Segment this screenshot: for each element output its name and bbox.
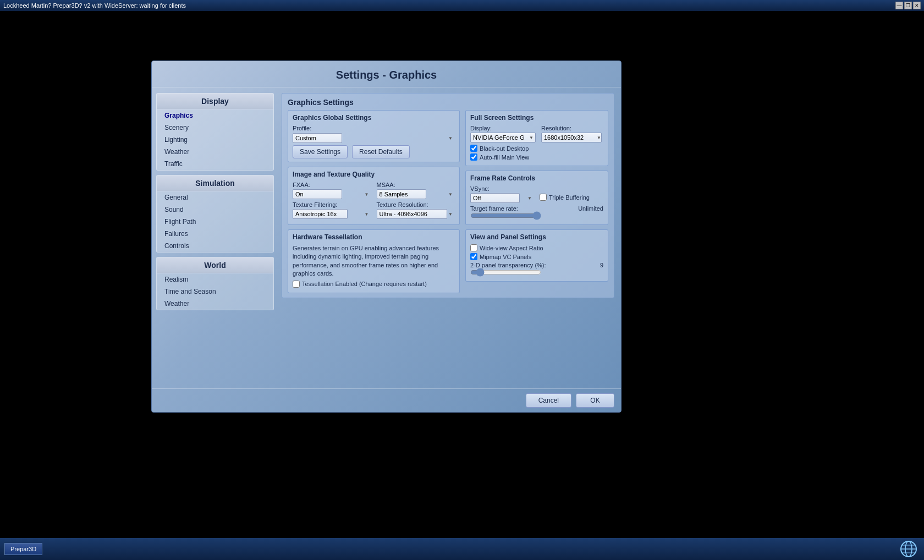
framerate-controls-group: Frame Rate Controls VSync: Off On xyxy=(465,171,608,225)
image-texture-label: Image and Texture Quality xyxy=(293,171,455,178)
vsync-select[interactable]: Off On xyxy=(470,193,520,203)
tessellation-checkbox[interactable] xyxy=(293,281,300,288)
settings-dialog: Settings - Graphics Display Graphics Sce… xyxy=(151,61,622,413)
sidebar-item-scenery[interactable]: Scenery xyxy=(157,122,273,134)
texres-col: Texture Resolution: Low - 512x512 Medium… xyxy=(377,201,455,219)
sidebar-simulation-section: Simulation General Sound Flight Path Fai… xyxy=(156,175,274,252)
vsync-col: VSync: Off On xyxy=(470,185,534,203)
sidebar-item-realism[interactable]: Realism xyxy=(157,273,273,286)
texfilter-select[interactable]: Bilinear Trilinear Anisotropic 4x Anisot… xyxy=(293,209,348,219)
texres-select-wrapper: Low - 512x512 Medium - 1024x1024 High - … xyxy=(377,209,455,219)
transparency-slider[interactable] xyxy=(470,268,541,276)
triple-buffering-row: Triple Buffering xyxy=(540,194,603,201)
wide-view-label: Wide-view Aspect Ratio xyxy=(480,245,543,251)
sidebar-item-time-season[interactable]: Time and Season xyxy=(157,286,273,298)
mipmap-checkbox[interactable] xyxy=(470,253,477,260)
triple-buffering-col: Triple Buffering xyxy=(540,186,603,202)
sidebar-world-section: World Realism Time and Season Weather xyxy=(156,257,274,310)
triple-buffering-checkbox[interactable] xyxy=(540,194,547,201)
display-col: Display: NVIDIA GeForce G xyxy=(470,125,536,142)
mipmap-label: Mipmap VC Panels xyxy=(480,254,531,260)
sidebar-item-sound[interactable]: Sound xyxy=(157,204,273,216)
vsync-label: VSync: xyxy=(470,185,534,192)
fullscreen-label: Full Screen Settings xyxy=(470,114,603,122)
system-tray xyxy=(900,540,917,558)
sidebar-item-weather-display[interactable]: Weather xyxy=(157,146,273,158)
resolution-select[interactable]: 1680x1050x32 1920x1080x32 2560x1440x32 xyxy=(541,133,602,142)
display-res-row: Display: NVIDIA GeForce G Reso xyxy=(470,125,603,142)
target-framerate-slider[interactable] xyxy=(470,212,541,219)
autofill-row: Auto-fill Main View xyxy=(470,153,603,161)
resolution-col: Resolution: 1680x1050x32 1920x1080x32 25… xyxy=(541,125,603,142)
transparency-value: 9 xyxy=(587,262,603,268)
fxaa-select-wrapper: On Off xyxy=(293,189,371,199)
sidebar-simulation-header: Simulation xyxy=(157,175,273,191)
fullscreen-settings-group: Full Screen Settings Display: NVIDIA GeF… xyxy=(465,110,608,166)
title-bar: Lockheed Martin? Prepar3D? v2 with WideS… xyxy=(0,0,924,11)
hardware-tessellation-desc: Generates terrain on GPU enabling advanc… xyxy=(293,244,455,278)
sidebar-item-lighting[interactable]: Lighting xyxy=(157,134,273,146)
fxaa-msaa-row: FXAA: On Off xyxy=(293,182,455,199)
vsync-select-wrapper: Off On xyxy=(470,193,534,203)
texres-label: Texture Resolution: xyxy=(377,201,455,208)
image-texture-group: Image and Texture Quality FXAA: On Off xyxy=(288,167,460,225)
sidebar-display-section: Display Graphics Scenery Lighting Weathe… xyxy=(156,93,274,171)
autofill-label: Auto-fill Main View xyxy=(480,154,529,161)
mipmap-row: Mipmap VC Panels xyxy=(470,253,603,260)
restore-button[interactable]: ❐ xyxy=(904,2,912,9)
wide-view-row: Wide-view Aspect Ratio xyxy=(470,244,603,251)
msaa-select[interactable]: Off 2 Samples 4 Samples 8 Samples xyxy=(377,189,426,199)
sidebar-item-general[interactable]: General xyxy=(157,191,273,204)
sidebar: Display Graphics Scenery Lighting Weathe… xyxy=(152,87,278,388)
global-settings-group: Graphics Global Settings Profile: Custom xyxy=(288,110,460,162)
cancel-button[interactable]: Cancel xyxy=(526,393,571,408)
minimize-button[interactable]: — xyxy=(895,2,903,9)
title-bar-controls: — ❐ ✕ xyxy=(895,2,921,9)
blackout-row: Black-out Desktop xyxy=(470,145,603,152)
blackout-checkbox[interactable] xyxy=(470,145,477,152)
sidebar-item-graphics[interactable]: Graphics xyxy=(157,109,273,122)
display-select[interactable]: NVIDIA GeForce G xyxy=(470,133,536,142)
sidebar-item-traffic[interactable]: Traffic xyxy=(157,158,273,170)
autofill-checkbox[interactable] xyxy=(470,153,477,161)
title-bar-text: Lockheed Martin? Prepar3D? v2 with WideS… xyxy=(3,2,186,9)
wide-view-checkbox[interactable] xyxy=(470,244,477,251)
fxaa-select[interactable]: On Off xyxy=(293,189,342,199)
left-column: Graphics Global Settings Profile: Custom xyxy=(288,110,460,293)
content-area: Graphics Settings Graphics Global Settin… xyxy=(278,87,621,388)
close-button[interactable]: ✕ xyxy=(913,2,921,9)
right-column: Full Screen Settings Display: NVIDIA GeF… xyxy=(465,110,608,293)
profile-select-wrapper: Custom xyxy=(293,133,455,143)
view-panel-label: View and Panel Settings xyxy=(470,233,603,241)
hardware-tessellation-group: Hardware Tessellation Generates terrain … xyxy=(288,229,460,293)
tessellation-checkbox-row: Tessellation Enabled (Change requires re… xyxy=(293,281,455,288)
sidebar-item-flight-path[interactable]: Flight Path xyxy=(157,216,273,228)
sidebar-item-weather-world[interactable]: Weather xyxy=(157,298,273,310)
graphics-settings-panel: Graphics Settings Graphics Global Settin… xyxy=(282,93,614,298)
texfilter-label: Texture Filtering: xyxy=(293,201,371,208)
fxaa-col: FXAA: On Off xyxy=(293,182,371,199)
dialog-container: Settings - Graphics Display Graphics Sce… xyxy=(151,61,622,413)
texfilter-col: Texture Filtering: Bilinear Trilinear An… xyxy=(293,201,371,219)
save-settings-button[interactable]: Save Settings xyxy=(293,145,348,158)
texres-select[interactable]: Low - 512x512 Medium - 1024x1024 High - … xyxy=(377,209,447,219)
ok-button[interactable]: OK xyxy=(576,393,614,408)
msaa-col: MSAA: Off 2 Samples 4 Samples 8 Samples xyxy=(377,182,455,199)
global-btn-row: Save Settings Reset Defaults xyxy=(293,145,455,158)
profile-select[interactable]: Custom xyxy=(293,133,342,143)
dialog-footer: Cancel OK xyxy=(152,388,621,412)
sidebar-item-controls[interactable]: Controls xyxy=(157,240,273,252)
taskbar: Prepar3D xyxy=(0,538,924,560)
vsync-row: VSync: Off On xyxy=(470,185,603,203)
sidebar-item-failures[interactable]: Failures xyxy=(157,228,273,240)
triple-buffering-label: Triple Buffering xyxy=(549,194,590,201)
reset-defaults-button[interactable]: Reset Defaults xyxy=(352,145,410,158)
fxaa-label: FXAA: xyxy=(293,182,371,188)
dialog-body: Display Graphics Scenery Lighting Weathe… xyxy=(152,87,621,388)
resolution-label: Resolution: xyxy=(541,125,603,131)
main-columns: Graphics Global Settings Profile: Custom xyxy=(288,110,608,293)
panel-title: Graphics Settings xyxy=(288,98,608,107)
display-label: Display: xyxy=(470,125,536,131)
taskbar-item[interactable]: Prepar3D xyxy=(4,543,42,555)
profile-row: Profile: Custom xyxy=(293,125,455,143)
